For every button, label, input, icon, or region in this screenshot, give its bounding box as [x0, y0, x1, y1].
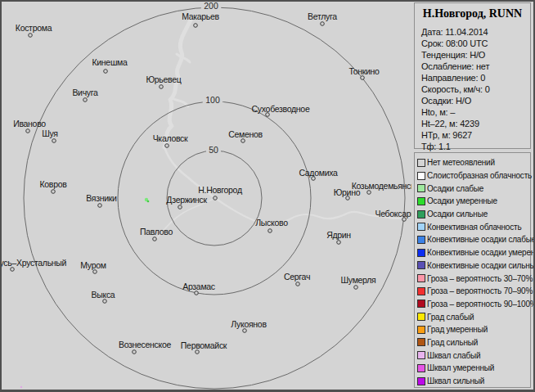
city-label: Макарьев	[182, 11, 219, 21]
legend-color-swatch	[417, 274, 425, 282]
legend-color-swatch	[417, 377, 425, 385]
legend-item: Осадки сильные	[415, 208, 530, 221]
city-label: Семенов	[228, 129, 263, 139]
legend-label: Осадки сильные	[427, 210, 488, 219]
legend-label: Шквал слабый	[427, 351, 480, 360]
info-line: Ослабление: нет	[421, 61, 530, 72]
city-marker	[296, 282, 300, 286]
city-marker	[195, 291, 199, 295]
legend-label: Град слабый	[427, 313, 474, 322]
legend-item: Шквал слабый	[415, 349, 530, 362]
legend-label: Осадки умеренные	[427, 196, 497, 205]
city-marker	[26, 129, 30, 133]
city-marker	[83, 98, 88, 102]
legend-label: Гроза – вероятность 30–70%	[427, 274, 533, 283]
city-marker	[104, 70, 108, 74]
info-line: Дата: 11.04.2014	[421, 26, 530, 38]
city-marker	[321, 22, 325, 26]
ring-label: 200	[204, 2, 218, 11]
legend-label: Град умеренный	[427, 325, 488, 334]
legend-color-swatch	[417, 210, 425, 219]
info-line: Тенденция: Н/О	[421, 49, 530, 61]
city-marker	[194, 24, 198, 28]
city-marker	[268, 229, 272, 233]
city-label: Гусь–Хрустальный	[2, 258, 67, 268]
city-marker	[93, 270, 97, 274]
side-panel: Н.Новгород, RUNN Дата: 11.04.2014Срок: 0…	[411, 2, 533, 390]
city-marker	[160, 85, 164, 89]
legend-item: Гроза – вероятность 90–100%	[415, 298, 530, 311]
legend-label: Шквал сильный	[427, 376, 484, 385]
city-marker	[354, 286, 358, 290]
radar-window: 20010050КостромаМакарьевВетлугаТонкиноКи…	[0, 0, 535, 392]
legend-label: Гроза – вероятность 90–100%	[427, 300, 535, 309]
city-marker	[241, 139, 245, 143]
city-label: Сухобезводное	[252, 104, 310, 114]
city-label: Шумерля	[340, 275, 375, 285]
legend-item: Шквал сильный	[415, 375, 530, 388]
city-label: Вязники	[86, 193, 117, 203]
city-label: Юрино	[334, 187, 361, 197]
legend-label: Шквал умеренный	[427, 363, 494, 372]
info-line: Hto, м: –	[421, 106, 530, 118]
city-marker	[346, 196, 350, 201]
city-label: Муром	[80, 260, 106, 270]
city-label: Иваново	[13, 119, 46, 128]
legend-color-swatch	[417, 287, 425, 295]
legend-item: Слоистобразная облачность	[415, 169, 530, 182]
legend-color-swatch	[417, 326, 425, 334]
legend-color-swatch	[417, 223, 425, 231]
station-title: Н.Новгород, RUNN	[415, 3, 530, 20]
city-label: Тонкино	[348, 66, 380, 76]
city-label: Лысково	[255, 218, 288, 228]
info-line: Осадки: Н/О	[421, 95, 530, 106]
city-label: Садомиха	[299, 168, 338, 178]
city-label: Шуя	[42, 128, 58, 138]
legend-label: Гроза – вероятность 70–90%	[427, 286, 533, 295]
legend-item: Град слабый	[415, 310, 530, 323]
legend-item: Нет метеоявлений	[415, 156, 530, 169]
city-marker	[103, 300, 107, 304]
city-label: Выкса	[92, 290, 115, 300]
legend-item: Гроза – вероятность 70–90%	[415, 285, 530, 298]
city-label: Н.Новгород	[198, 185, 242, 195]
legend-label: Конвективные осадки слабые	[427, 235, 535, 244]
legend-color-swatch	[417, 300, 425, 308]
city-marker	[133, 350, 137, 354]
city-label: Павлово	[140, 227, 173, 237]
city-marker	[361, 76, 365, 80]
info-line: Скорость, км/ч: 0	[421, 83, 530, 95]
city-label: Арзамас	[182, 282, 215, 291]
legend-panel: Нет метеоявленийСлоистобразная облачност…	[414, 152, 531, 388]
city-label: Дзержинск	[166, 195, 207, 205]
legend-item: Град умеренный	[415, 323, 530, 336]
city-marker	[312, 177, 316, 181]
city-marker	[178, 205, 182, 210]
weather-echo	[147, 201, 150, 203]
legend-item: Гроза – вероятность 30–70%	[415, 272, 530, 285]
city-marker	[196, 350, 200, 354]
info-line: Направление: 0	[421, 72, 530, 83]
legend-item: Конвективные осадки сильные	[415, 259, 530, 273]
legend-item: Конвективная облачность	[415, 220, 530, 233]
city-label: Вознесенское	[119, 340, 172, 349]
city-marker	[243, 329, 247, 333]
legend-color-swatch	[417, 249, 425, 257]
ring-label: 100	[205, 95, 220, 105]
city-marker	[52, 190, 56, 194]
city-marker	[98, 204, 102, 208]
info-line: НТр, м: 9627	[421, 129, 530, 141]
legend-color-swatch	[417, 236, 425, 244]
city-label: Ядрин	[326, 230, 351, 240]
city-marker	[153, 237, 157, 241]
city-label: Вичуга	[72, 88, 98, 97]
legend-item: Шквал умеренный	[415, 362, 530, 375]
city-label: Кинешма	[92, 57, 127, 67]
info-line: Срок: 08:00 UTC	[421, 38, 530, 49]
legend-color-swatch	[417, 197, 425, 205]
legend-label: Конвективные осадки сильные	[427, 261, 535, 270]
legend-label: Осадки слабые	[427, 184, 483, 193]
legend-label: Нет метеоявлений	[427, 158, 495, 167]
weather-echo	[20, 386, 22, 388]
info-line: Тф: 1.1	[421, 141, 530, 152]
